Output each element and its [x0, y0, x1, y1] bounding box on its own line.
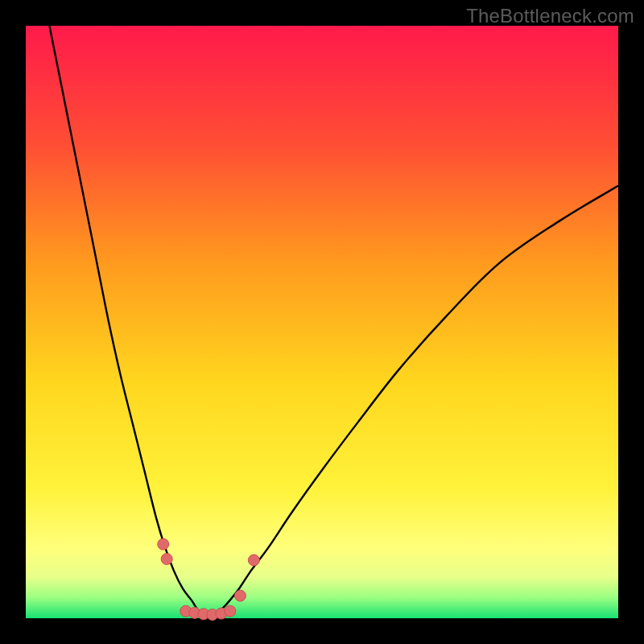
- chart-frame: TheBottleneck.com: [0, 0, 644, 644]
- marker-dot: [161, 553, 172, 564]
- marker-dot: [234, 590, 246, 601]
- right-curve: [209, 186, 618, 617]
- watermark-text: TheBottleneck.com: [466, 5, 634, 27]
- left-curve: [49, 26, 209, 617]
- marker-dot: [225, 605, 236, 617]
- marker-dot: [248, 555, 259, 566]
- chart-svg: [26, 26, 618, 618]
- marker-dot: [158, 539, 169, 550]
